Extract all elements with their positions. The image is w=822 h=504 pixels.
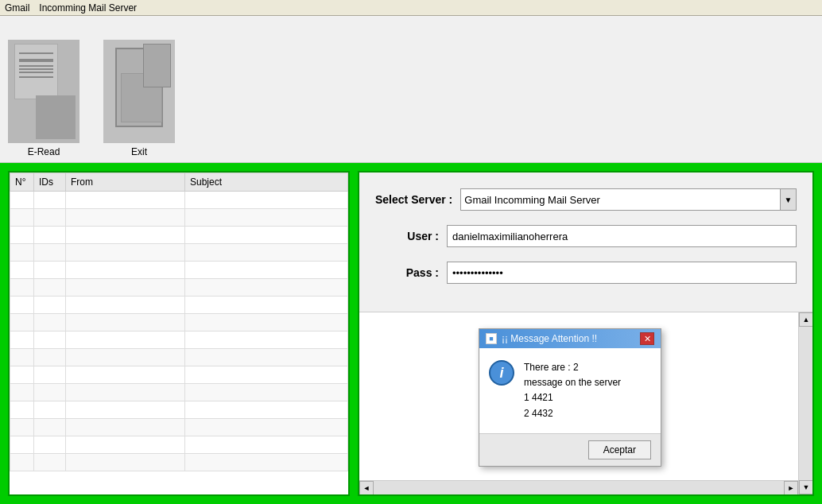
pass-row: Pass : — [375, 262, 797, 284]
email-table: N° IDs From Subject — [10, 173, 348, 471]
menu-item-gmail[interactable]: Gmail — [5, 2, 29, 14]
table-row — [10, 209, 348, 227]
dialog-message-line1: There are : 2 — [524, 362, 579, 373]
table-row — [10, 401, 348, 419]
info-icon: i — [489, 360, 514, 386]
server-config-panel: Select Server : Gmail Incomming Mail Ser… — [358, 171, 814, 496]
table-row — [10, 331, 348, 349]
pass-input[interactable] — [447, 262, 797, 284]
scroll-down-button[interactable]: ▼ — [799, 480, 812, 494]
user-input[interactable] — [447, 225, 797, 247]
select-server-row: Select Server : Gmail Incomming Mail Ser… — [375, 188, 797, 211]
dialog-footer: Aceptar — [479, 433, 661, 466]
col-ids: IDs — [34, 173, 66, 192]
dialog-title-icon: ■ — [486, 333, 497, 344]
dialog-message-line2: message on the server — [524, 377, 621, 388]
table-row — [10, 349, 348, 366]
exit-button[interactable]: Exit — [103, 40, 175, 157]
scroll-up-button[interactable]: ▲ — [799, 312, 812, 327]
dialog-message: There are : 2 message on the server 1 44… — [524, 360, 621, 421]
table-row — [10, 419, 348, 436]
dialog-title: ¡¡ Message Attention !! — [502, 333, 597, 344]
exit-icon — [103, 40, 175, 143]
col-n: N° — [10, 173, 34, 192]
table-row — [10, 436, 348, 454]
main-content: N° IDs From Subject — [0, 163, 822, 504]
table-row — [10, 314, 348, 331]
eread-label: E-Read — [28, 146, 60, 157]
col-subject: Subject — [185, 173, 348, 192]
eread-button[interactable]: E-Read — [8, 40, 79, 157]
table-row — [10, 279, 348, 297]
horizontal-scrollbar[interactable]: ◄ ► — [359, 480, 798, 494]
scroll-left-button[interactable]: ◄ — [359, 481, 374, 494]
pass-label: Pass : — [375, 266, 439, 279]
user-label: User : — [375, 230, 439, 242]
table-row — [10, 227, 348, 244]
scroll-right-button[interactable]: ► — [784, 481, 798, 494]
dialog-titlebar: ■ ¡¡ Message Attention !! ✕ — [479, 329, 661, 348]
dropdown-arrow-icon[interactable]: ▼ — [780, 189, 796, 210]
vertical-scrollbar[interactable]: ▲ ▼ — [798, 312, 812, 494]
aceptar-button[interactable]: Aceptar — [588, 440, 651, 459]
table-row — [10, 297, 348, 314]
eread-icon — [8, 40, 79, 143]
table-row — [10, 244, 348, 262]
dialog-message-line4: 2 4432 — [524, 408, 553, 419]
title-bar: Gmail Incomming Mail Server — [0, 0, 822, 16]
table-row — [10, 366, 348, 384]
table-row — [10, 454, 348, 471]
user-row: User : — [375, 225, 797, 247]
dialog-body: i There are : 2 message on the server 1 … — [479, 348, 661, 433]
col-from: From — [66, 173, 185, 192]
dialog-close-button[interactable]: ✕ — [640, 332, 654, 345]
toolbar: E-Read Exit — [0, 16, 822, 163]
table-row — [10, 262, 348, 279]
select-server-label: Select Server : — [375, 193, 452, 206]
table-row — [10, 384, 348, 401]
server-select-container[interactable]: Gmail Incomming Mail Server ▼ — [460, 188, 797, 211]
scroll-area: ▲ ▼ ◄ ► ■ ¡¡ Message Attention !! ✕ i — [359, 312, 812, 494]
message-dialog: ■ ¡¡ Message Attention !! ✕ i There are … — [479, 328, 661, 467]
menu-item-incomming[interactable]: Incomming Mail Server — [39, 2, 137, 14]
dialog-message-line3: 1 4421 — [524, 392, 553, 403]
email-list-panel: N° IDs From Subject — [8, 171, 350, 496]
server-select[interactable]: Gmail Incomming Mail Server — [461, 189, 780, 210]
exit-label: Exit — [131, 146, 147, 157]
table-row — [10, 192, 348, 209]
